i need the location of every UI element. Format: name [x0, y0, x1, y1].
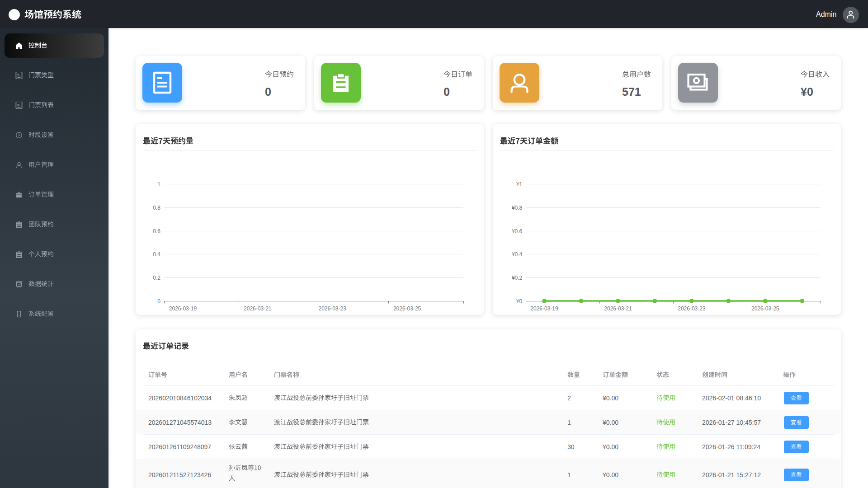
svg-text:¥0.8: ¥0.8 — [511, 205, 523, 211]
svg-text:¥0: ¥0 — [516, 298, 523, 305]
svg-text:0.2: 0.2 — [153, 275, 160, 281]
svg-text:2026-03-25: 2026-03-25 — [751, 305, 779, 312]
svg-text:2026-03-19: 2026-03-19 — [530, 305, 558, 312]
svg-text:0.6: 0.6 — [153, 228, 160, 235]
svg-text:2026-03-19: 2026-03-19 — [169, 305, 197, 312]
svg-text:¥0.2: ¥0.2 — [511, 275, 523, 281]
svg-text:0.8: 0.8 — [153, 205, 160, 211]
svg-text:¥0.6: ¥0.6 — [511, 228, 523, 235]
svg-text:0.4: 0.4 — [153, 251, 160, 258]
svg-text:2026-03-21: 2026-03-21 — [604, 305, 632, 312]
svg-text:2026-03-23: 2026-03-23 — [319, 305, 347, 312]
svg-text:2026-03-23: 2026-03-23 — [678, 305, 706, 312]
svg-text:0: 0 — [157, 298, 160, 305]
svg-text:1: 1 — [157, 181, 160, 188]
svg-text:¥0.4: ¥0.4 — [511, 251, 523, 258]
svg-text:¥1: ¥1 — [516, 181, 523, 188]
svg-text:2026-03-21: 2026-03-21 — [244, 305, 272, 312]
svg-text:2026-03-25: 2026-03-25 — [393, 305, 421, 312]
